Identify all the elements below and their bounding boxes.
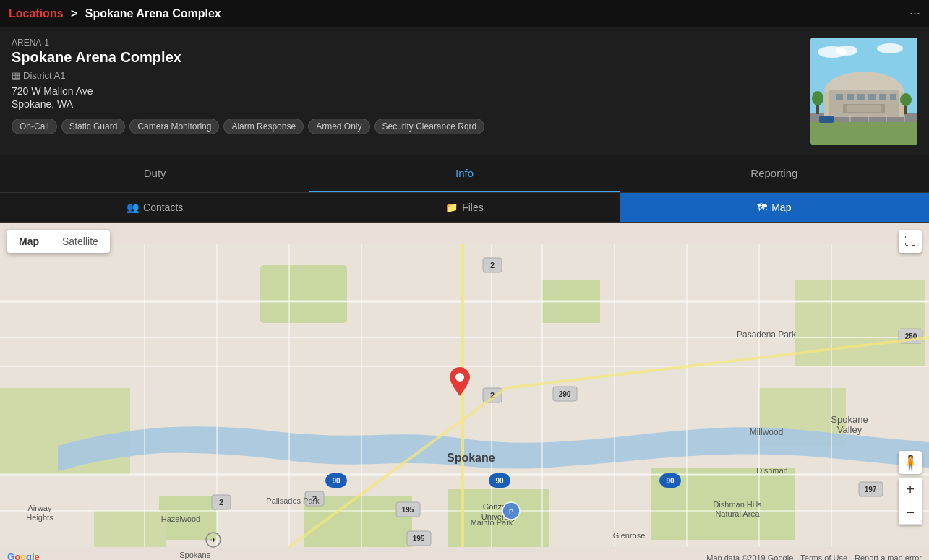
map-toggle-group: Map Satellite xyxy=(7,230,110,253)
locations-link[interactable]: Locations xyxy=(9,7,64,20)
svg-text:Airway: Airway xyxy=(27,504,52,512)
map-container[interactable]: 2 2 90 90 290 250 195 195 2 2 197 90 xyxy=(0,223,929,560)
map-toggle-map[interactable]: Map xyxy=(7,230,51,253)
map-zoom-out[interactable]: − xyxy=(899,501,922,525)
svg-rect-11 xyxy=(857,94,865,100)
svg-text:2: 2 xyxy=(219,498,223,507)
svg-point-2 xyxy=(836,46,857,56)
svg-rect-8 xyxy=(829,90,899,117)
sub-tab-files[interactable]: 📁 Files xyxy=(309,193,619,222)
map-icon: 🗺 xyxy=(757,202,767,213)
svg-rect-38 xyxy=(94,511,166,547)
tag-camera-monitoring: Camera Monitoring xyxy=(129,119,219,134)
svg-rect-14 xyxy=(890,94,896,100)
svg-text:P: P xyxy=(509,508,513,515)
tab-duty[interactable]: Duty xyxy=(0,155,309,192)
files-icon: 📁 xyxy=(445,202,458,213)
location-city: Spokane, WA xyxy=(12,98,799,110)
tag-security-clearance: Security Clearance Rqrd xyxy=(374,119,485,134)
main-tab-nav: Duty Info Reporting xyxy=(0,155,929,193)
map-toggle-satellite[interactable]: Satellite xyxy=(51,230,110,253)
files-label: Files xyxy=(462,202,484,213)
tab-info-label: Info xyxy=(455,167,474,179)
svg-text:90: 90 xyxy=(332,477,341,485)
svg-text:Mainto Park: Mainto Park xyxy=(471,518,513,527)
tag-alarm-response: Alarm Response xyxy=(223,119,304,134)
sub-tab-contacts[interactable]: 👥 Contacts xyxy=(0,193,309,222)
svg-text:Heights: Heights xyxy=(26,513,53,522)
sub-tab-nav: 👥 Contacts 📁 Files 🗺 Map xyxy=(0,193,929,223)
svg-text:Spokane: Spokane xyxy=(447,452,495,464)
svg-rect-29 xyxy=(260,265,347,323)
svg-point-104 xyxy=(455,373,464,382)
map-label: Map xyxy=(771,202,791,213)
location-tags: On-Call Static Guard Camera Monitoring A… xyxy=(12,119,799,134)
svg-text:Natural Area: Natural Area xyxy=(715,509,760,518)
svg-rect-13 xyxy=(879,94,886,100)
svg-point-18 xyxy=(812,91,823,105)
svg-rect-9 xyxy=(836,94,843,100)
map-zoom-in[interactable]: + xyxy=(899,478,922,501)
svg-text:195: 195 xyxy=(413,535,425,543)
google-logo: Google xyxy=(7,551,40,560)
svg-rect-35 xyxy=(795,280,925,366)
breadcrumb-separator: > xyxy=(71,7,77,20)
map-footer: Map data ©2019 Google Terms of Use Repor… xyxy=(706,553,922,560)
svg-text:195: 195 xyxy=(402,506,414,514)
breadcrumb-current: Spokane Arena Complex xyxy=(85,7,221,20)
map-report-link[interactable]: Report a map error xyxy=(855,553,922,560)
header: Locations > Spokane Arena Complex ··· xyxy=(0,0,929,27)
svg-rect-10 xyxy=(847,94,854,100)
svg-text:Hazelwood: Hazelwood xyxy=(161,514,200,523)
location-name: Spokane Arena Complex xyxy=(12,49,799,66)
sub-tab-map[interactable]: 🗺 Map xyxy=(620,193,929,222)
tab-reporting-label: Reporting xyxy=(750,167,797,179)
svg-text:Pasadena Park: Pasadena Park xyxy=(737,329,797,340)
contacts-label: Contacts xyxy=(143,202,183,213)
pegman-icon: 🧍 xyxy=(902,454,920,471)
svg-point-20 xyxy=(900,93,912,106)
svg-text:Spokane: Spokane xyxy=(179,551,210,559)
map-terms-link[interactable]: Terms of Use xyxy=(800,553,847,560)
header-options-icon[interactable]: ··· xyxy=(909,6,920,21)
svg-text:Dishman: Dishman xyxy=(756,466,787,475)
map-location-pin xyxy=(450,367,470,399)
map-pegman[interactable]: 🧍 xyxy=(899,451,922,474)
map-fullscreen-button[interactable]: ⛶ xyxy=(899,230,922,253)
location-address: 720 W Mallon Ave xyxy=(12,85,799,97)
svg-text:290: 290 xyxy=(559,390,571,398)
contacts-icon: 👥 xyxy=(127,202,139,213)
svg-rect-26 xyxy=(819,116,834,123)
tab-info[interactable]: Info xyxy=(309,155,619,192)
svg-text:Palisades Park: Palisades Park xyxy=(266,496,320,505)
svg-text:✈: ✈ xyxy=(210,536,216,544)
tag-static-guard: Static Guard xyxy=(61,119,126,134)
svg-rect-12 xyxy=(868,94,876,100)
tag-armed-only: Armed Only xyxy=(308,119,369,134)
svg-text:2: 2 xyxy=(490,261,495,270)
svg-text:Valley: Valley xyxy=(837,424,862,435)
district-label: District A1 xyxy=(23,70,66,81)
location-panel: ARENA-1 Spokane Arena Complex ▦ District… xyxy=(0,27,929,155)
svg-text:90: 90 xyxy=(666,477,675,485)
svg-rect-27 xyxy=(826,123,827,129)
location-id: ARENA-1 xyxy=(12,38,799,48)
tag-on-call: On-Call xyxy=(12,119,57,134)
svg-text:Spokane: Spokane xyxy=(831,414,868,425)
district-icon: ▦ xyxy=(12,70,20,81)
tab-duty-label: Duty xyxy=(144,167,166,179)
svg-text:Glenrose: Glenrose xyxy=(613,531,646,540)
map-zoom-controls: + − xyxy=(899,478,922,525)
svg-rect-16 xyxy=(847,105,881,112)
location-district: ▦ District A1 xyxy=(12,70,799,81)
breadcrumb: Locations > Spokane Arena Complex xyxy=(9,7,221,20)
tab-reporting[interactable]: Reporting xyxy=(620,155,929,192)
svg-text:197: 197 xyxy=(865,486,877,494)
location-details: ARENA-1 Spokane Arena Complex ▦ District… xyxy=(12,38,799,145)
fullscreen-icon: ⛶ xyxy=(904,235,916,248)
svg-point-3 xyxy=(877,43,903,53)
map-data-text: Map data ©2019 Google xyxy=(706,553,793,560)
location-image xyxy=(810,38,917,145)
svg-text:Millwood: Millwood xyxy=(750,427,784,437)
svg-text:90: 90 xyxy=(495,477,504,485)
